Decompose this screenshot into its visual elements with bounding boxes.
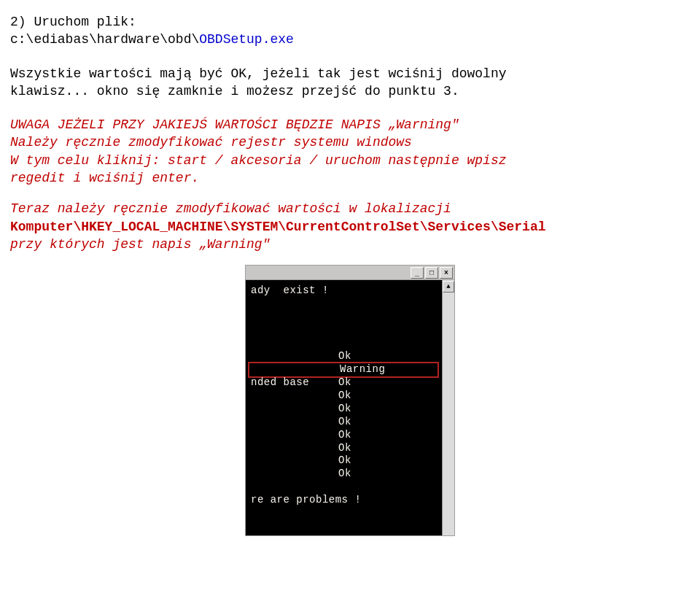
screenshot-container: _ □ × ady exist ! Ok <box>10 265 690 536</box>
console-line: ady exist ! <box>251 284 437 298</box>
run-file-label: Uruchom plik: <box>34 15 136 29</box>
window-titlebar: _ □ × <box>246 266 454 280</box>
warn-line1: UWAGA JEŻELI PRZY JAKIEJŚ WARTOŚCI BĘDZI… <box>10 117 459 132</box>
minimize-icon: _ <box>415 269 419 276</box>
document-page: 2) Uruchom plik:c:\ediabas\hardware\obd\… <box>0 0 700 551</box>
para1-line1: Wszystkie wartości mają być OK, jeżeli t… <box>10 66 507 81</box>
console-window: _ □ × ady exist ! Ok <box>245 265 455 536</box>
console-row: Ok <box>251 442 437 455</box>
console-blank <box>251 311 437 324</box>
maximize-button[interactable]: □ <box>425 267 438 279</box>
console-right: Ok <box>338 376 351 390</box>
warning-highlight: Warning <box>248 362 439 378</box>
console-row: Ok <box>251 416 437 429</box>
console-right: Ok <box>338 468 351 481</box>
spacer <box>10 100 690 116</box>
warn-line4: regedit i wciśnij enter. <box>10 171 199 185</box>
scrollbar[interactable]: ▲ <box>442 280 454 535</box>
scroll-up-button[interactable]: ▲ <box>443 281 454 293</box>
console-left <box>251 442 338 455</box>
console-row: Ok <box>251 390 437 403</box>
window-body-outer: ady exist ! Ok Warning nded base <box>246 280 454 535</box>
console-right: Ok <box>338 416 351 429</box>
spacer <box>10 49 690 65</box>
console-right: Warning <box>340 363 385 376</box>
console-left <box>251 429 338 442</box>
close-icon: × <box>444 269 448 276</box>
console-left: nded base <box>251 376 338 390</box>
console-right: Ok <box>338 429 351 442</box>
registry-path: Komputer\HKEY_LOCAL_MACHINE\SYSTEM\Curre… <box>10 220 546 234</box>
console-row: Ok <box>251 403 437 416</box>
run-file-exe: OBDSetup.exe <box>199 32 294 47</box>
console-blank <box>251 324 437 337</box>
console-blank <box>251 481 437 494</box>
step-2-heading: 2) Uruchom plik:c:\ediabas\hardware\obd\… <box>10 13 690 49</box>
console-left <box>251 416 338 429</box>
step-number: 2) <box>10 15 34 29</box>
close-button[interactable]: × <box>440 267 453 279</box>
console-left <box>251 403 338 416</box>
console-right: Ok <box>338 403 351 416</box>
console-right: Ok <box>338 454 351 468</box>
para2-line3: przy których jest napis „Warning" <box>10 237 270 252</box>
console-blank <box>251 298 437 311</box>
console-row: Ok <box>251 454 437 468</box>
console-left <box>251 350 338 363</box>
para2-line1: Teraz należy ręcznie zmodyfikować wartoś… <box>10 201 451 216</box>
spacer <box>10 187 690 200</box>
warn-line2: Należy ręcznie zmodyfikować rejestr syst… <box>10 135 412 150</box>
console-right: Ok <box>338 442 351 455</box>
arrow-up-icon: ▲ <box>446 282 450 291</box>
console-left <box>252 363 340 376</box>
console-text: re are problems ! <box>251 494 361 507</box>
console-body: ady exist ! Ok Warning nded base <box>246 280 442 535</box>
console-text: ady exist ! <box>251 284 338 298</box>
maximize-icon: □ <box>429 269 434 276</box>
minimize-button[interactable]: _ <box>411 267 424 279</box>
console-left <box>251 468 338 481</box>
run-file-path-prefix: c:\ediabas\hardware\obd\ <box>10 32 199 47</box>
console-line: re are problems ! <box>251 494 437 507</box>
console-blank <box>251 337 437 350</box>
console-right: Ok <box>338 390 351 403</box>
warn-line3: W tym celu kliknij: start / akcesoria / … <box>10 153 507 168</box>
warning-paragraph: UWAGA JEŻELI PRZY JAKIEJŚ WARTOŚCI BĘDZI… <box>10 116 690 187</box>
console-row: Ok <box>251 429 437 442</box>
console-row: nded base Ok <box>251 376 437 390</box>
console-left <box>251 454 338 468</box>
paragraph-1: Wszystkie wartości mają być OK, jeżeli t… <box>10 65 690 101</box>
console-left <box>251 390 338 403</box>
paragraph-2: Teraz należy ręcznie zmodyfikować wartoś… <box>10 200 690 253</box>
para1-line2: klawisz... okno się zamknie i możesz prz… <box>10 84 459 98</box>
console-right: Ok <box>338 350 351 363</box>
console-row: Ok <box>251 468 437 481</box>
